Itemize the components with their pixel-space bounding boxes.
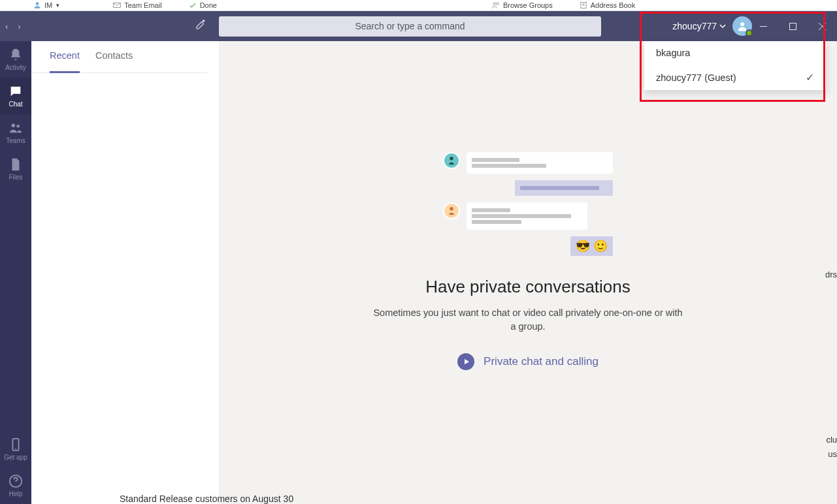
tab-recent[interactable]: Recent — [50, 50, 80, 73]
svg-point-9 — [16, 125, 20, 128]
rail-label: Files — [8, 174, 22, 181]
emoji-bubble-illustration: 😎 🙂 — [570, 236, 613, 256]
outlook-ribbon: IM ▼ Team Email Done Browse Groups Addre… — [0, 0, 837, 11]
secondary-panel: Recent Contacts — [31, 41, 219, 73]
account-name-label: zhoucy777 — [672, 21, 717, 31]
account-dropdown: bkagura zhoucy777 (Guest) ✓ — [644, 41, 826, 90]
rail-label: Activity — [5, 64, 26, 71]
ribbon-item-team-email[interactable]: Team Email — [112, 1, 161, 10]
svg-point-13 — [450, 157, 453, 160]
minimize-button[interactable] — [749, 11, 778, 41]
search-input[interactable]: Search or type a command — [219, 16, 601, 37]
main-area: 😎 🙂 Have private conversations Sometimes… — [219, 41, 837, 504]
check-icon — [188, 1, 197, 10]
app-rail: Activity Chat Teams Files Get app Help — [0, 41, 31, 504]
tab-contacts[interactable]: Contacts — [95, 50, 133, 66]
play-icon — [457, 353, 474, 370]
svg-point-5 — [583, 4, 584, 5]
window-controls — [749, 11, 837, 41]
empty-state-subtext: Sometimes you just want to chat or video… — [371, 306, 685, 334]
address-book-icon — [579, 1, 588, 10]
svg-rect-7 — [790, 23, 796, 29]
tabs: Recent Contacts — [31, 41, 208, 73]
svg-point-2 — [493, 3, 496, 5]
compose-icon — [195, 19, 206, 31]
close-button[interactable] — [808, 11, 837, 41]
chat-bubble-illustration — [515, 180, 613, 196]
search-placeholder: Search or type a command — [355, 21, 465, 31]
rail-teams[interactable]: Teams — [0, 114, 31, 151]
compose-button[interactable] — [195, 19, 206, 33]
ribbon-label: Browse Groups — [503, 1, 553, 9]
people-icon — [8, 121, 23, 135]
account-option-zhoucy777-guest[interactable]: zhoucy777 (Guest) ✓ — [644, 65, 826, 90]
rail-get-app[interactable]: Get app — [0, 431, 31, 467]
svg-point-11 — [15, 449, 16, 450]
avatar-illustration-2 — [443, 202, 460, 219]
svg-point-3 — [497, 3, 499, 5]
avatar-illustration-1 — [443, 152, 460, 169]
background-text-fragment: us — [828, 449, 837, 459]
account-area: zhoucy777 — [672, 16, 752, 36]
background-text-fragment: clu — [826, 435, 837, 445]
ribbon-label: Done — [200, 1, 217, 9]
ribbon-label: Team Email — [124, 1, 161, 9]
account-switcher[interactable]: zhoucy777 — [672, 21, 726, 31]
link-label: Private chat and calling — [484, 355, 599, 368]
forward-arrow[interactable]: › — [18, 22, 20, 31]
rail-chat[interactable]: Chat — [0, 78, 31, 114]
nav-arrows: ‹ › — [0, 22, 21, 31]
account-option-bkagura[interactable]: bkagura — [644, 41, 826, 65]
check-icon: ✓ — [806, 71, 814, 84]
ribbon-label: IM — [44, 1, 52, 9]
rail-help[interactable]: Help — [0, 467, 31, 504]
ribbon-item-browse-groups[interactable]: Browse Groups — [491, 1, 553, 10]
svg-point-6 — [740, 22, 744, 26]
empty-state-headline: Have private conversations — [425, 277, 631, 297]
back-arrow[interactable]: ‹ — [5, 22, 8, 31]
title-bar: ‹ › Search or type a command zhoucy777 — [0, 11, 837, 41]
mobile-icon — [8, 437, 23, 452]
chat-icon — [8, 84, 23, 99]
rail-activity[interactable]: Activity — [0, 41, 31, 78]
chevron-down-icon — [719, 23, 726, 29]
svg-point-14 — [450, 207, 453, 210]
ribbon-label: Address Book — [591, 1, 635, 9]
person-icon — [33, 1, 42, 10]
help-icon — [8, 474, 23, 488]
rail-label: Chat — [8, 101, 22, 108]
ribbon-item-im[interactable]: IM ▼ — [33, 1, 60, 10]
maximize-button[interactable] — [778, 11, 808, 41]
chat-bubble-illustration — [467, 152, 613, 174]
chat-bubble-illustration — [467, 202, 587, 230]
option-label: bkagura — [656, 48, 690, 58]
svg-point-0 — [36, 2, 39, 5]
private-chat-link[interactable]: Private chat and calling — [457, 353, 599, 370]
empty-state-illustration: 😎 🙂 — [443, 152, 613, 262]
option-label: zhoucy777 (Guest) — [656, 72, 736, 83]
people-icon — [491, 1, 501, 10]
background-text-fragment: drs — [825, 270, 837, 279]
background-text-fragment: Standard Release customers on August 30 — [120, 494, 293, 504]
file-icon — [8, 157, 23, 172]
rail-label: Get app — [4, 454, 27, 461]
rail-files[interactable]: Files — [0, 151, 31, 187]
ribbon-item-address-book[interactable]: Address Book — [579, 1, 635, 10]
dropdown-marker: ▼ — [55, 3, 60, 8]
rail-label: Help — [9, 490, 23, 497]
ribbon-item-done[interactable]: Done — [188, 1, 217, 10]
rail-label: Teams — [6, 137, 25, 144]
svg-point-8 — [12, 124, 15, 128]
envelope-icon — [112, 1, 122, 10]
bell-icon — [8, 48, 23, 62]
